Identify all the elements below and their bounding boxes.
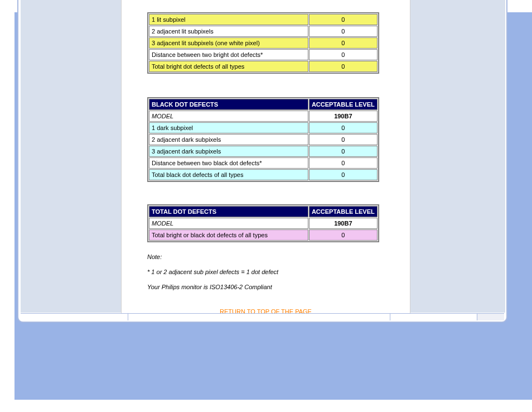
cell-value: 0	[309, 14, 378, 25]
cell-label: Total bright dot defects of all types	[149, 61, 308, 72]
cell-value: 0	[309, 146, 378, 157]
table-row: Total bright dot defects of all types 0	[149, 61, 378, 72]
table-row: 1 dark subpixel 0	[149, 122, 378, 133]
table-row: 3 adjacent dark subpixels 0	[149, 146, 378, 157]
cell-label: 3 adjacent lit subpixels (one white pixe…	[149, 37, 308, 49]
cell-label: Distance between two black dot defects*	[149, 157, 308, 169]
table-row: 2 adjacent lit subpixels 0	[149, 26, 378, 37]
table-row: 3 adjacent lit subpixels (one white pixe…	[149, 37, 378, 49]
note-line: Your Philips monitor is ISO13406-2 Compl…	[147, 284, 410, 291]
table-row: Total black dot defects of all types 0	[149, 169, 378, 180]
bottom-right	[477, 314, 504, 320]
cell-label: Total black dot defects of all types	[149, 169, 308, 180]
cell-value: 0	[309, 49, 378, 60]
cell-value: 0	[309, 37, 378, 49]
left-sidebar	[21, 0, 121, 313]
cell-value: 0	[309, 61, 378, 72]
document-frame: 1 lit subpixel 0 2 adjacent lit subpixel…	[17, 0, 507, 323]
bottom-mid	[128, 314, 390, 320]
header-label: BLACK DOT DEFECTS	[149, 99, 308, 110]
total-dot-table: TOTAL DOT DEFECTS ACCEPTABLE LEVEL MODEL…	[147, 204, 379, 242]
black-dot-table: BLACK DOT DEFECTS ACCEPTABLE LEVEL MODEL…	[147, 97, 379, 182]
table-row: Distance between two bright dot defects*…	[149, 49, 378, 60]
main-content: 1 lit subpixel 0 2 adjacent lit subpixel…	[121, 0, 410, 313]
cell-value: 0	[309, 229, 378, 241]
cell-label: 2 adjacent dark subpixels	[149, 134, 308, 145]
cell-label: 1 dark subpixel	[149, 122, 308, 133]
viewport: 1 lit subpixel 0 2 adjacent lit subpixel…	[0, 0, 532, 412]
cell-label: 3 adjacent dark subpixels	[149, 146, 308, 157]
table-row: 1 lit subpixel 0	[149, 14, 378, 25]
table-row: 2 adjacent dark subpixels 0	[149, 134, 378, 145]
bottom-bar	[21, 314, 504, 320]
table-header: BLACK DOT DEFECTS ACCEPTABLE LEVEL	[149, 99, 378, 110]
right-sidebar	[410, 0, 505, 313]
cell-value: 0	[309, 169, 378, 180]
cell-value: 0	[309, 134, 378, 145]
cell-value: 190B7	[309, 218, 378, 229]
cell-label: Distance between two bright dot defects*	[149, 49, 308, 60]
cell-label: MODEL	[149, 111, 308, 122]
bright-dot-table: 1 lit subpixel 0 2 adjacent lit subpixel…	[147, 12, 379, 74]
table-row: Total bright or black dot defects of all…	[149, 229, 378, 241]
model-row: MODEL 190B7	[149, 218, 378, 229]
table-row: Distance between two black dot defects* …	[149, 157, 378, 169]
model-row: MODEL 190B7	[149, 111, 378, 122]
cell-label: Total bright or black dot defects of all…	[149, 229, 308, 241]
cell-value: 190B7	[309, 111, 378, 122]
table-header: TOTAL DOT DEFECTS ACCEPTABLE LEVEL	[149, 206, 378, 217]
notes-section: Note: * 1 or 2 adjacent sub pixel defect…	[147, 253, 410, 291]
cell-value: 0	[309, 122, 378, 133]
cell-label: MODEL	[149, 218, 308, 229]
header-label: ACCEPTABLE LEVEL	[309, 206, 378, 217]
spacer	[122, 74, 410, 97]
cell-label: 1 lit subpixel	[149, 14, 308, 25]
cell-value: 0	[309, 26, 378, 37]
note-line: * 1 or 2 adjacent sub pixel defects = 1 …	[147, 269, 410, 276]
cell-label: 2 adjacent lit subpixels	[149, 26, 308, 37]
header-label: ACCEPTABLE LEVEL	[309, 99, 378, 110]
note-heading: Note:	[147, 253, 410, 261]
cell-value: 0	[309, 157, 378, 169]
header-label: TOTAL DOT DEFECTS	[149, 206, 308, 217]
spacer	[122, 182, 410, 204]
